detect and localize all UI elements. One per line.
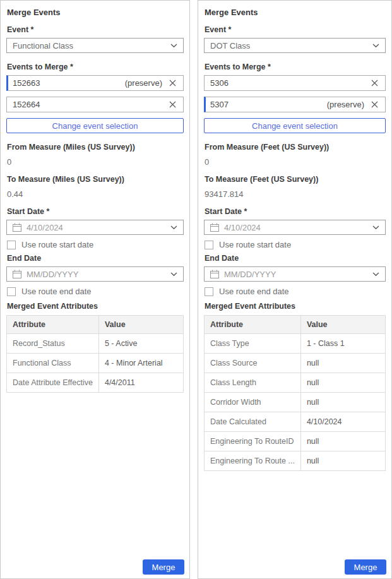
merge-button[interactable]: Merge: [345, 559, 386, 575]
to-measure-value: 0.44: [7, 189, 184, 199]
calendar-icon: [13, 270, 21, 278]
from-measure-label: From Measure (Miles (US Survey)): [7, 143, 184, 152]
to-measure-label: To Measure (Feet (US Survey)): [205, 175, 386, 184]
event-label: Event *: [205, 25, 386, 34]
use-route-end-date-checkbox[interactable]: [205, 287, 213, 296]
end-date-placeholder: MM/DD/YYYY: [224, 270, 367, 279]
value-cell: 1 - Class 1: [300, 334, 385, 354]
change-event-selection-button[interactable]: Change event selection: [204, 118, 386, 133]
remove-event-button[interactable]: [168, 100, 177, 109]
remove-event-button[interactable]: [370, 78, 379, 88]
merge-events-panel-left: Merge Events Event * Functional Class Ev…: [0, 0, 190, 579]
use-route-start-date-label: Use route start date: [219, 240, 291, 249]
attribute-cell: Class Type: [205, 334, 301, 354]
start-date-label: Start Date *: [205, 207, 386, 216]
end-date-placeholder: MM/DD/YYYY: [27, 270, 165, 279]
event-select[interactable]: DOT Class: [204, 38, 386, 53]
chevron-down-icon: [372, 225, 379, 230]
value-cell: 4 - Minor Arterial: [98, 354, 183, 373]
change-event-selection-button[interactable]: Change event selection: [6, 118, 184, 133]
table-row: Functional Class 4 - Minor Arterial: [7, 354, 184, 373]
calendar-icon: [210, 270, 219, 278]
table-row: Record_Status 5 - Active: [7, 334, 184, 354]
end-date-input[interactable]: MM/DD/YYYY: [6, 266, 184, 282]
chevron-down-icon: [372, 44, 379, 48]
value-cell: 4/4/2011: [98, 373, 183, 393]
event-label: Event *: [7, 25, 184, 34]
table-row: Class Source null: [205, 354, 386, 373]
use-route-end-date-row: Use route end date: [205, 287, 386, 296]
value-cell: null: [300, 451, 385, 471]
event-select-value: Functional Class: [13, 41, 170, 51]
table-row: Corridor Width null: [205, 393, 386, 412]
attribute-column-header: Attribute: [205, 316, 301, 334]
attribute-cell: Engineering To Route ...: [205, 451, 301, 471]
event-to-merge-item: 5306: [204, 75, 386, 91]
use-route-start-date-checkbox[interactable]: [205, 241, 213, 249]
attribute-cell: Engineering To RouteID: [205, 432, 301, 451]
attribute-cell: Record_Status: [7, 334, 99, 354]
table-row: Class Length null: [205, 373, 386, 393]
from-measure-value: 0: [205, 157, 386, 167]
attribute-cell: Class Source: [205, 354, 301, 373]
to-measure-value: 93417.814: [205, 189, 386, 199]
attribute-column-header: Attribute: [7, 316, 99, 334]
value-cell: null: [300, 354, 385, 373]
table-row: Date Calculated 4/10/2024: [205, 412, 386, 432]
panel-title: Merge Events: [205, 8, 386, 17]
calendar-icon: [13, 223, 21, 232]
calendar-icon: [210, 223, 219, 232]
event-to-merge-item: 152663 (preserve): [6, 75, 184, 91]
value-column-header: Value: [98, 316, 183, 334]
events-to-merge-label: Events to Merge *: [205, 63, 386, 71]
value-cell: 4/10/2024: [300, 412, 385, 432]
preserve-tag: (preserve): [327, 100, 364, 109]
table-header-row: Attribute Value: [205, 316, 386, 334]
panel-title: Merge Events: [7, 8, 184, 17]
end-date-input[interactable]: MM/DD/YYYY: [204, 266, 386, 282]
remove-event-button[interactable]: [168, 78, 177, 88]
use-route-start-date-row: Use route start date: [7, 240, 184, 249]
value-cell: null: [300, 393, 385, 412]
remove-event-button[interactable]: [370, 100, 379, 109]
merged-event-attributes-label: Merged Event Attributes: [7, 302, 184, 311]
chevron-down-icon: [372, 272, 379, 277]
to-measure-section: To Measure (Miles (US Survey)) 0.44: [6, 175, 184, 199]
start-date-input[interactable]: 4/10/2024: [204, 220, 386, 235]
from-measure-section: From Measure (Miles (US Survey)) 0: [6, 143, 184, 167]
to-measure-section: To Measure (Feet (US Survey)) 93417.814: [204, 175, 386, 199]
chevron-down-icon: [170, 225, 177, 230]
use-route-end-date-label: Use route end date: [21, 287, 92, 296]
start-date-input[interactable]: 4/10/2024: [6, 220, 184, 235]
merge-events-workspace: Merge Events Event * Functional Class Ev…: [0, 0, 392, 579]
attribute-cell: Functional Class: [7, 354, 99, 373]
use-route-end-date-checkbox[interactable]: [7, 287, 16, 296]
use-route-start-date-row: Use route start date: [205, 240, 386, 249]
event-id-value: 5306: [210, 78, 364, 88]
event-id-value: 152663: [13, 78, 125, 88]
from-measure-value: 0: [7, 157, 184, 167]
event-select[interactable]: Functional Class: [6, 38, 184, 53]
attribute-cell: Corridor Width: [205, 393, 301, 412]
attribute-cell: Date Calculated: [205, 412, 301, 432]
event-to-merge-item: 5307 (preserve): [204, 97, 386, 112]
table-row: Engineering To Route ... null: [205, 451, 386, 471]
chevron-down-icon: [170, 272, 177, 277]
event-id-value: 152664: [13, 100, 162, 109]
use-route-end-date-row: Use route end date: [7, 287, 184, 296]
preserve-tag: (preserve): [125, 78, 162, 88]
table-header-row: Attribute Value: [7, 316, 184, 334]
value-cell: null: [300, 432, 385, 451]
event-id-value: 5307: [210, 100, 327, 109]
value-column-header: Value: [300, 316, 385, 334]
events-to-merge-label: Events to Merge *: [7, 63, 184, 71]
use-route-start-date-checkbox[interactable]: [7, 241, 16, 249]
use-route-end-date-label: Use route end date: [219, 287, 289, 296]
merged-event-attributes-table: Attribute Value Record_Status 5 - Active…: [6, 315, 184, 393]
merge-button[interactable]: Merge: [143, 559, 184, 575]
merge-events-panel-right: Merge Events Event * DOT Class Events to…: [198, 0, 392, 579]
event-select-value: DOT Class: [210, 41, 372, 51]
merged-event-attributes-table: Attribute Value Class Type 1 - Class 1 C…: [204, 315, 386, 471]
chevron-down-icon: [170, 44, 177, 48]
end-date-label: End Date: [7, 254, 184, 263]
